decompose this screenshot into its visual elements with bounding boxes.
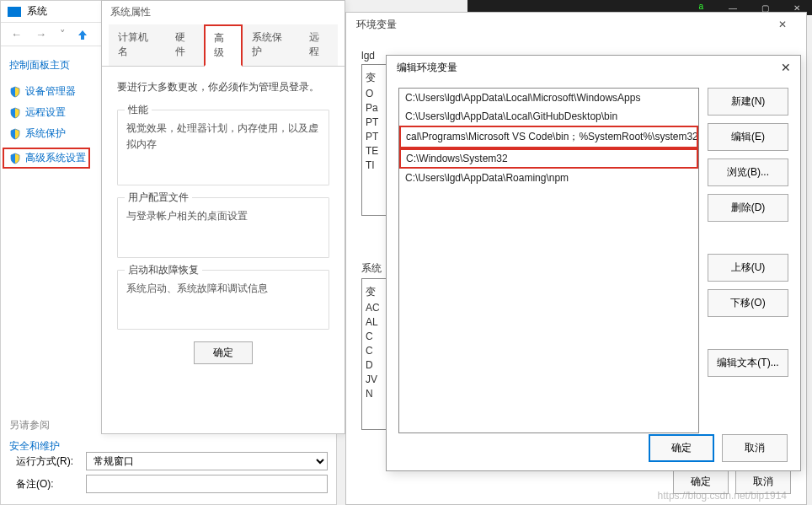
var-row[interactable]: D: [366, 359, 387, 371]
edit-path-list[interactable]: C:\Users\lgd\AppData\Local\Microsoft\Win…: [398, 88, 699, 433]
path-entry[interactable]: C:\Users\lgd\AppData\Local\Microsoft\Win…: [399, 89, 698, 107]
tab-hardware[interactable]: 硬件: [166, 24, 204, 66]
sp-admin-note: 要进行大多数更改，你必须作为管理员登录。: [117, 80, 329, 94]
tab-computer-name[interactable]: 计算机名: [109, 24, 166, 66]
sidebar-item-remote[interactable]: 远程设置: [9, 105, 90, 120]
watermark: https://blog.csdn.net/bip1914: [658, 490, 787, 502]
up-arrow-icon[interactable]: [76, 29, 89, 40]
var-row[interactable]: PT: [366, 116, 387, 128]
back-arrow-icon[interactable]: ←: [8, 26, 25, 42]
cp-title: 系统: [27, 4, 47, 19]
path-entry[interactable]: C:\Users\lgd\AppData\Local\GitHubDesktop…: [399, 107, 698, 126]
var-row[interactable]: N: [366, 388, 387, 400]
down-button[interactable]: 下移(O): [708, 289, 788, 317]
var-row[interactable]: PT: [366, 131, 387, 142]
remote-settings-label: 远程设置: [25, 105, 66, 120]
up-button[interactable]: 上移(U): [708, 254, 788, 282]
shield-icon: [9, 128, 21, 140]
ev-title: 环境变量: [356, 18, 397, 32]
edit-button[interactable]: 编辑(E): [708, 123, 788, 151]
sp-group-userprofile: 用户配置文件 与登录帐户相关的桌面设置: [117, 197, 329, 257]
sp-title: 系统属性: [102, 1, 345, 23]
path-entry[interactable]: C:\Windows\System32: [399, 148, 698, 169]
group-desc-profile: 与登录帐户相关的桌面设置: [126, 208, 320, 224]
system-properties-window: 系统属性 计算机名 硬件 高级 系统保护 远程 要进行大多数更改，你必须作为管理…: [101, 0, 345, 434]
var-row[interactable]: TI: [366, 159, 387, 171]
see-also-label: 另请参阅: [9, 418, 60, 432]
system-icon: [8, 7, 21, 17]
var-row[interactable]: 变: [366, 285, 387, 299]
var-row[interactable]: TE: [366, 145, 387, 157]
var-row[interactable]: 变: [366, 71, 387, 85]
sp-ok-button[interactable]: 确定: [194, 341, 253, 364]
dropdown-chevron-icon[interactable]: ˅: [56, 26, 69, 42]
group-desc-perf: 视觉效果，处理器计划，内存使用，以及虚拟内存: [126, 121, 320, 153]
path-entry[interactable]: cal\Programs\Microsoft VS Code\bin；%Syst…: [399, 126, 698, 148]
sidebar-item-advanced[interactable]: 高级系统设置: [3, 148, 90, 169]
delete-button[interactable]: 删除(D): [708, 194, 788, 222]
console-cursor: a: [698, 2, 703, 11]
comment-input[interactable]: [86, 475, 328, 493]
var-row[interactable]: C: [366, 330, 387, 342]
shield-icon: [9, 86, 21, 98]
var-row[interactable]: AL: [366, 316, 387, 328]
browse-button[interactable]: 浏览(B)...: [708, 158, 788, 186]
shield-icon: [9, 107, 21, 119]
var-row[interactable]: AC: [366, 302, 387, 314]
group-title-perf: 性能: [125, 103, 152, 117]
edit-text-button[interactable]: 编辑文本(T)...: [708, 349, 788, 377]
shield-icon: [9, 153, 21, 164]
system-protection-label: 系统保护: [25, 126, 66, 141]
sp-group-performance: 性能 视觉效果，处理器计划，内存使用，以及虚拟内存: [117, 110, 329, 185]
sp-group-startup: 启动和故障恢复 系统启动、系统故障和调试信息: [117, 270, 329, 330]
sidebar-item-protection[interactable]: 系统保护: [9, 126, 90, 141]
run-mode-label: 运行方式(R):: [16, 454, 79, 469]
tab-advanced[interactable]: 高级: [204, 24, 243, 67]
var-row[interactable]: Pa: [366, 102, 387, 114]
edit-cancel-button[interactable]: 取消: [722, 434, 788, 462]
tab-protection[interactable]: 系统保护: [243, 24, 300, 66]
path-entry[interactable]: C:\Users\lgd\AppData\Roaming\npm: [399, 169, 698, 187]
cp-home-link[interactable]: 控制面板主页: [9, 58, 90, 73]
sidebar-item-device-manager[interactable]: 设备管理器: [9, 84, 90, 99]
edit-env-window: 编辑环境变量 ✕ C:\Users\lgd\AppData\Local\Micr…: [386, 55, 801, 471]
tab-remote[interactable]: 远程: [300, 24, 338, 66]
device-manager-label: 设备管理器: [25, 84, 76, 99]
group-desc-startup: 系统启动、系统故障和调试信息: [126, 281, 320, 297]
edit-ok-button[interactable]: 确定: [649, 434, 714, 462]
run-mode-select[interactable]: 常规窗口: [86, 452, 328, 470]
advanced-settings-label: 高级系统设置: [25, 151, 86, 165]
var-row[interactable]: JV: [366, 373, 387, 385]
new-button[interactable]: 新建(N): [708, 88, 788, 116]
forward-arrow-icon[interactable]: →: [32, 26, 50, 42]
edit-title: 编辑环境变量: [397, 61, 457, 75]
var-row[interactable]: C: [366, 345, 387, 357]
ev-close-icon[interactable]: ✕: [764, 13, 801, 36]
edit-close-icon[interactable]: ✕: [778, 60, 793, 75]
cp-sidebar: 控制面板主页 设备管理器 远程设置 系统保护 高级系统设置: [1, 46, 99, 187]
group-title-startup: 启动和故障恢复: [125, 263, 202, 277]
group-title-profile: 用户配置文件: [125, 191, 192, 205]
comment-label: 备注(O):: [16, 477, 79, 492]
var-row[interactable]: O: [366, 88, 387, 99]
sp-tabs: 计算机名 硬件 高级 系统保护 远程: [102, 23, 345, 67]
